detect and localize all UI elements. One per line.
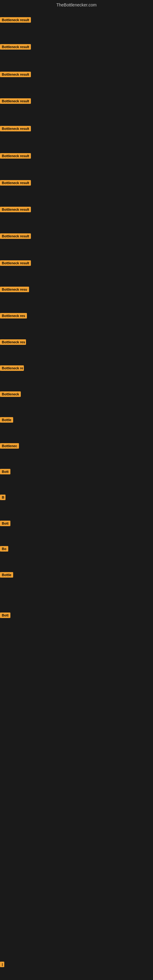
bottleneck-badge-23: Bott bbox=[0, 612, 10, 618]
bottleneck-badge-22: Bottle bbox=[0, 572, 13, 578]
bottleneck-badge-21: Bo bbox=[0, 546, 8, 552]
bottleneck-badge-17: Bottlenec bbox=[0, 443, 19, 449]
bottleneck-badge-20: Bott bbox=[0, 520, 10, 526]
bottleneck-badge-10: Bottleneck result bbox=[0, 260, 31, 266]
bottleneck-badge-1: Bottleneck result bbox=[0, 17, 31, 23]
bottleneck-badge-19: B bbox=[0, 495, 5, 500]
bottleneck-badge-24: | bbox=[0, 962, 4, 967]
bottleneck-badge-6: Bottleneck result bbox=[0, 153, 31, 159]
bottleneck-badge-12: Bottleneck res bbox=[0, 313, 27, 318]
site-title: TheBottlenecker.com bbox=[0, 0, 153, 10]
bottleneck-badge-16: Bottle bbox=[0, 417, 13, 423]
bottleneck-badge-3: Bottleneck result bbox=[0, 72, 31, 77]
bottleneck-badge-2: Bottleneck result bbox=[0, 44, 31, 49]
bottleneck-badge-5: Bottleneck result bbox=[0, 126, 31, 131]
bottleneck-badge-4: Bottleneck result bbox=[0, 98, 31, 104]
bottleneck-badge-14: Bottleneck re bbox=[0, 365, 24, 371]
bottleneck-badge-15: Bottleneck bbox=[0, 391, 21, 397]
bottleneck-badge-9: Bottleneck result bbox=[0, 233, 31, 239]
bottleneck-badge-11: Bottleneck resu bbox=[0, 286, 29, 292]
bottleneck-badge-13: Bottleneck res bbox=[0, 339, 26, 345]
bottleneck-badge-18: Bott bbox=[0, 469, 10, 474]
bottleneck-badge-8: Bottleneck result bbox=[0, 207, 31, 212]
bottleneck-badge-7: Bottleneck result bbox=[0, 180, 31, 186]
